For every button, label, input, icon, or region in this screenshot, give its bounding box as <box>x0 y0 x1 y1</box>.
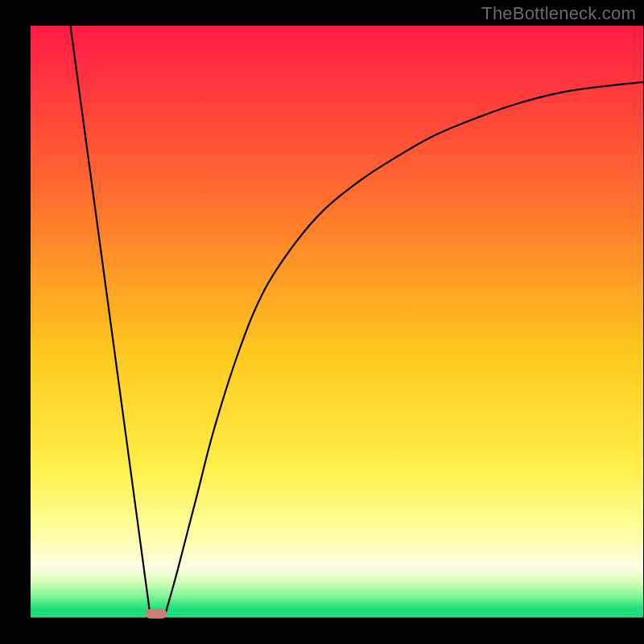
watermark-text: TheBottleneck.com <box>481 3 636 24</box>
chart-container: TheBottleneck.com <box>0 0 644 644</box>
bottleneck-chart <box>0 0 644 644</box>
plot-area <box>31 26 643 617</box>
valley-marker <box>146 609 167 619</box>
